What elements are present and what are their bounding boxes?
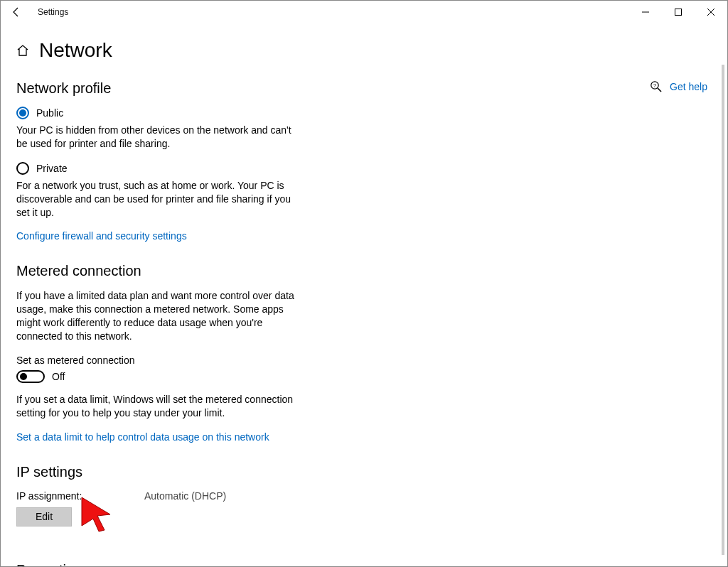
ip-edit-button[interactable]: Edit bbox=[16, 507, 72, 526]
radio-private[interactable]: Private bbox=[16, 162, 712, 175]
radio-private-label: Private bbox=[36, 163, 68, 174]
ip-assignment-label: IP assignment: bbox=[16, 490, 144, 502]
home-icon[interactable] bbox=[16, 44, 29, 57]
section-metered: Metered connection bbox=[16, 263, 712, 279]
data-limit-link[interactable]: Set a data limit to help control data us… bbox=[16, 431, 269, 443]
ip-assignment-value: Automatic (DHCP) bbox=[144, 490, 226, 502]
private-description: For a network you trust, such as at home… bbox=[16, 179, 301, 220]
page-title: Network bbox=[39, 39, 112, 62]
metered-toggle-state: Off bbox=[52, 371, 65, 382]
minimize-button[interactable] bbox=[629, 1, 662, 23]
vertical-scrollbar[interactable] bbox=[722, 65, 724, 555]
page-header: Network bbox=[1, 23, 727, 65]
metered-description: If you have a limited data plan and want… bbox=[16, 289, 301, 343]
help-icon: ? bbox=[650, 80, 663, 93]
section-properties: Properties bbox=[16, 562, 712, 567]
ip-assignment-row: IP assignment: Automatic (DHCP) bbox=[16, 490, 712, 502]
back-button[interactable] bbox=[11, 6, 22, 18]
get-help-link[interactable]: Get help bbox=[670, 81, 707, 92]
window-caption: Settings bbox=[38, 7, 68, 17]
maximize-button[interactable] bbox=[662, 1, 695, 23]
radio-private-icon bbox=[16, 162, 29, 175]
window-controls bbox=[629, 1, 727, 23]
metered-toggle[interactable] bbox=[16, 370, 45, 383]
svg-text:?: ? bbox=[653, 83, 656, 88]
radio-public-icon bbox=[16, 107, 29, 119]
svg-rect-1 bbox=[675, 9, 682, 16]
window-titlebar: Settings bbox=[1, 1, 727, 23]
radio-public[interactable]: Public bbox=[16, 107, 712, 119]
section-network-profile: Network profile bbox=[16, 80, 712, 97]
help-area: ? Get help bbox=[650, 80, 707, 93]
close-button[interactable] bbox=[695, 1, 727, 23]
radio-public-label: Public bbox=[36, 107, 63, 119]
firewall-settings-link[interactable]: Configure firewall and security settings bbox=[16, 230, 187, 242]
section-ip-settings: IP settings bbox=[16, 464, 712, 480]
public-description: Your PC is hidden from other devices on … bbox=[16, 124, 301, 151]
data-limit-description: If you set a data limit, Windows will se… bbox=[16, 393, 301, 420]
metered-toggle-label: Set as metered connection bbox=[16, 355, 712, 366]
